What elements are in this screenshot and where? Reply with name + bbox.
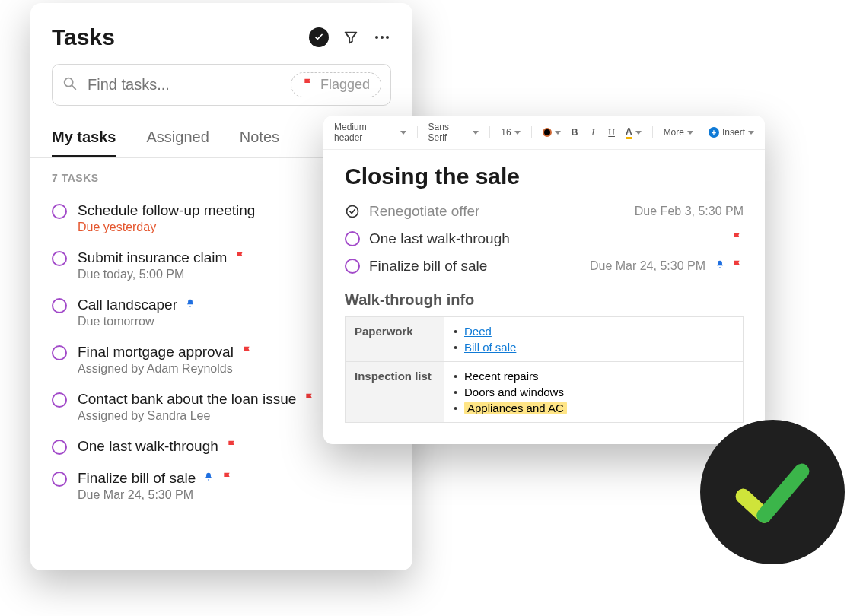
tasks-title: Tasks	[52, 24, 115, 50]
search-bar[interactable]: Flagged	[52, 64, 391, 106]
document-task-list: Renegotiate offerDue Feb 3, 5:30 PMOne l…	[345, 203, 744, 275]
size-dropdown-label: 16	[501, 127, 511, 138]
task-checkbox[interactable]	[52, 345, 67, 360]
flag-icon	[226, 439, 238, 454]
chevron-down-icon	[687, 131, 693, 135]
tasks-header-actions: +	[309, 27, 391, 47]
task-checkbox[interactable]	[345, 231, 360, 246]
editor-toolbar: Medium header Sans Serif 16 B I U A More	[323, 116, 765, 150]
list-item-text: Doors and windows	[464, 386, 564, 398]
more-icon[interactable]	[373, 28, 391, 46]
table-cell: DeedBill of sale	[444, 317, 744, 362]
search-icon	[62, 75, 78, 95]
svg-text:+: +	[322, 37, 325, 43]
chevron-down-icon	[514, 131, 521, 135]
info-table: PaperworkDeedBill of saleInspection list…	[345, 316, 744, 423]
task-title: Schedule follow-up meeting	[78, 202, 255, 219]
list-item-text: Recent repairs	[464, 370, 539, 383]
table-row: PaperworkDeedBill of sale	[346, 317, 744, 362]
check-icon	[731, 450, 814, 534]
task-title: Submit insurance claim	[78, 249, 227, 266]
flag-icon	[302, 77, 314, 93]
list-item: Bill of sale	[454, 339, 734, 355]
flag-icon	[304, 392, 316, 407]
chevron-down-icon	[473, 131, 479, 135]
chevron-down-icon	[555, 131, 561, 135]
more-dropdown-label: More	[664, 127, 684, 138]
checkbox-checked-icon[interactable]	[345, 204, 360, 219]
chevron-down-icon	[748, 131, 754, 135]
size-dropdown[interactable]: 16	[501, 127, 520, 138]
document-task-item[interactable]: Finalize bill of saleDue Mar 24, 5:30 PM	[345, 258, 744, 275]
task-checkbox[interactable]	[52, 440, 67, 455]
list-item: Recent repairs	[454, 368, 734, 384]
table-header-cell: Paperwork	[346, 317, 444, 362]
bell-icon	[715, 259, 725, 274]
task-title: Call landscaper	[78, 297, 177, 313]
style-dropdown[interactable]: Medium header	[334, 122, 406, 143]
svg-point-3	[386, 36, 389, 39]
font-dropdown[interactable]: Sans Serif	[428, 122, 479, 143]
document-task-item[interactable]: One last walk-through	[345, 230, 744, 247]
table-cell: Recent repairsDoors and windowsAppliance…	[444, 362, 744, 423]
color-swatch-icon	[543, 128, 552, 137]
chevron-down-icon	[400, 131, 406, 135]
task-item[interactable]: Finalize bill of saleDue Mar 24, 5:30 PM	[52, 462, 391, 510]
italic-button[interactable]: I	[588, 125, 597, 140]
search-input[interactable]	[88, 76, 240, 94]
list-item: Deed	[454, 323, 734, 339]
task-checkbox[interactable]	[52, 204, 67, 219]
editor-body[interactable]: Closing the sale Renegotiate offerDue Fe…	[323, 150, 765, 441]
font-dropdown-label: Sans Serif	[428, 122, 470, 143]
svg-point-1	[375, 36, 378, 39]
highlight-dropdown[interactable]: A	[626, 126, 642, 138]
editor-panel: Medium header Sans Serif 16 B I U A More	[323, 116, 765, 444]
chevron-down-icon	[635, 131, 642, 135]
task-checkbox[interactable]	[345, 259, 360, 274]
insert-dropdown-label: Insert	[722, 127, 745, 138]
document-task-title: Renegotiate offer	[369, 203, 479, 220]
task-title: One last walk-through	[78, 438, 218, 455]
list-item: Doors and windows	[454, 384, 734, 400]
document-task-title: Finalize bill of sale	[369, 258, 487, 275]
svg-point-5	[347, 206, 358, 218]
task-title: Final mortgage approval	[78, 344, 234, 360]
svg-point-2	[381, 36, 384, 39]
due-date: Due Mar 24, 5:30 PM	[590, 259, 705, 273]
tab-my-tasks[interactable]: My tasks	[52, 119, 116, 157]
list-item: Appliances and AC	[454, 400, 734, 416]
task-subtext: Due Mar 24, 5:30 PM	[78, 488, 391, 502]
insert-dropdown[interactable]: + Insert	[709, 127, 754, 138]
add-task-icon[interactable]: +	[309, 27, 329, 47]
svg-point-4	[65, 78, 73, 86]
flag-icon	[234, 250, 247, 265]
task-checkbox[interactable]	[52, 251, 67, 266]
document-title: Closing the sale	[345, 164, 744, 189]
link[interactable]: Deed	[464, 325, 492, 338]
tab-notes[interactable]: Notes	[240, 119, 279, 157]
link[interactable]: Bill of sale	[464, 341, 516, 354]
document-task-item[interactable]: Renegotiate offerDue Feb 3, 5:30 PM	[345, 203, 744, 220]
color-dropdown[interactable]	[543, 128, 561, 137]
tab-assigned[interactable]: Assigned	[147, 119, 209, 157]
document-task-title: One last walk-through	[369, 230, 510, 247]
bold-button[interactable]: B	[568, 125, 581, 139]
flagged-filter-chip[interactable]: Flagged	[291, 72, 381, 97]
table-row: Inspection listRecent repairsDoors and w…	[346, 362, 744, 423]
filter-icon[interactable]	[342, 29, 359, 46]
more-dropdown[interactable]: More	[664, 127, 693, 138]
flag-icon	[731, 259, 744, 274]
flagged-chip-label: Flagged	[320, 77, 370, 93]
flag-icon	[731, 231, 744, 246]
underline-button[interactable]: U	[605, 125, 618, 140]
bell-icon	[185, 297, 196, 313]
task-title: Finalize bill of sale	[78, 470, 196, 487]
task-title: Contact bank about the loan issue	[78, 391, 296, 408]
plus-icon: +	[709, 127, 719, 138]
task-checkbox[interactable]	[52, 298, 67, 313]
bell-icon	[203, 471, 214, 486]
task-checkbox[interactable]	[52, 392, 67, 408]
task-checkbox[interactable]	[52, 472, 67, 487]
due-date: Due Feb 3, 5:30 PM	[635, 205, 744, 218]
style-dropdown-label: Medium header	[334, 122, 397, 143]
